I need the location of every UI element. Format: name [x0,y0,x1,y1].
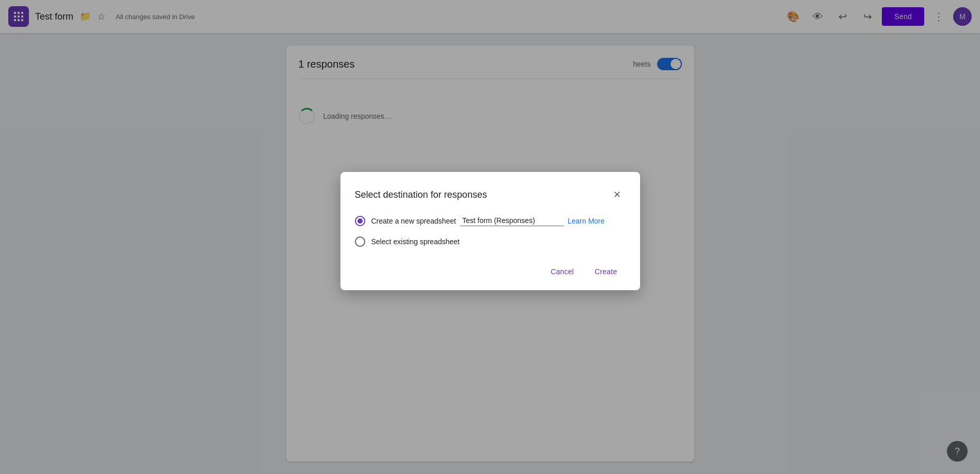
modal-footer: Cancel Create [355,263,626,280]
radio-select-existing[interactable] [355,236,365,247]
spreadsheet-name-input[interactable] [460,215,564,226]
close-button[interactable]: ✕ [609,186,626,203]
cancel-button[interactable]: Cancel [542,263,582,280]
modal-title: Select destination for responses [355,189,487,200]
radio-group: Create a new spreadsheet Learn More Sele… [355,215,626,247]
create-button[interactable]: Create [586,263,626,280]
create-new-label-row: Create a new spreadsheet Learn More [371,215,626,226]
select-existing-label: Select existing spreadsheet [371,238,460,246]
modal-dialog: Select destination for responses ✕ Creat… [340,172,640,290]
create-new-label: Create a new spreadsheet [371,217,456,225]
select-existing-option[interactable]: Select existing spreadsheet [355,236,626,247]
create-new-spreadsheet-option[interactable]: Create a new spreadsheet Learn More [355,215,626,226]
radio-create-new[interactable] [355,216,365,226]
learn-more-link[interactable]: Learn More [568,217,605,225]
modal-header: Select destination for responses ✕ [355,186,626,203]
